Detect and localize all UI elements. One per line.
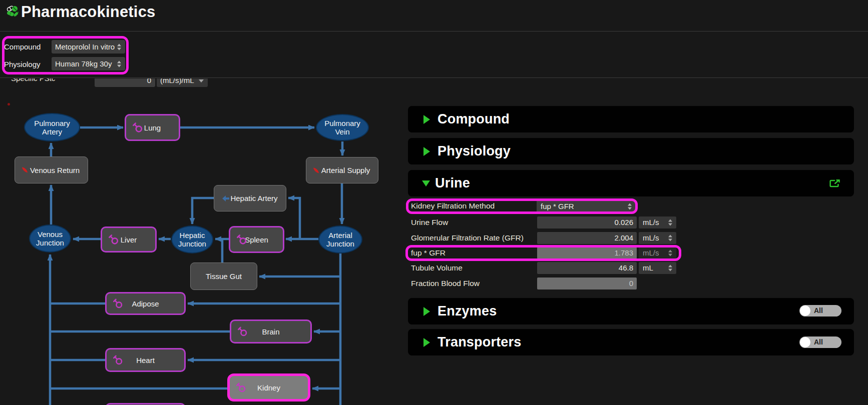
node-lung[interactable]: Lung: [125, 114, 180, 141]
param-label-urine-flow: Urine Flow: [411, 218, 448, 228]
node-heart[interactable]: Heart: [105, 348, 186, 372]
stepper-arrows-icon: [668, 235, 673, 242]
param-label-fraction-blood-flow: Fraction Blood Flow: [411, 278, 480, 288]
node-label: PulmonaryVein: [324, 119, 360, 136]
fup-gfr-unit-select: mL/s: [639, 247, 676, 259]
node-spleen[interactable]: Spleen: [229, 226, 284, 253]
node-hepatic-artery[interactable]: Hepatic Artery: [214, 185, 286, 212]
compound-label: Compound: [4, 42, 41, 51]
toggle-label: All: [814, 305, 823, 316]
node-label: Adipose: [132, 300, 159, 308]
flow-icon: [21, 166, 29, 174]
triangle-right-icon: [423, 307, 430, 316]
compound-select-value: Metoprolol In vitro: [55, 42, 115, 51]
node-tissue-gut[interactable]: Tissue Gut: [190, 262, 257, 290]
triangle-down-icon: [422, 180, 430, 186]
pills-icon: [6, 4, 20, 18]
node-label: Spleen: [245, 236, 268, 244]
node-label: HepaticJunction: [178, 231, 206, 248]
enzymes-all-toggle[interactable]: All: [799, 305, 841, 316]
physiology-label: Physiology: [4, 60, 41, 68]
unit-value: mL/s: [643, 248, 659, 257]
section-title: Physiology: [438, 144, 511, 159]
node-pulmonary-artery[interactable]: PulmonaryArtery: [24, 113, 80, 142]
tubule-volume-unit-select[interactable]: mL: [639, 262, 676, 274]
kidney-filtration-method-value: fup * GFR: [541, 202, 574, 210]
flask-icon: [108, 234, 119, 245]
transporters-all-toggle[interactable]: All: [799, 336, 841, 348]
node-label: Venous Return: [30, 166, 80, 174]
kidney-filtration-method-select[interactable]: fup * GFR: [537, 200, 636, 212]
node-label: Tissue Gut: [206, 272, 242, 280]
node-kidney[interactable]: Kidney: [227, 374, 310, 402]
param-label-kidney-filtration-method: Kidney Filtration Method: [411, 201, 495, 211]
unit-value: mL: [643, 264, 653, 272]
node-label: Hepatic Artery: [230, 194, 277, 202]
node-muscle-partial[interactable]: [105, 403, 186, 405]
toggle-knob: [800, 337, 810, 348]
flask-icon: [237, 326, 248, 337]
section-title: Transporters: [438, 334, 521, 350]
node-label: PulmonaryArtery: [34, 119, 70, 136]
stepper-arrows-icon: [628, 203, 632, 210]
app-header: Pharmacokinetics: [0, 0, 868, 32]
physiology-select-value: Human 78kg 30y: [55, 60, 112, 68]
node-liver[interactable]: Liver: [101, 226, 157, 252]
flask-icon: [113, 298, 123, 309]
flask-icon: [132, 122, 143, 133]
section-urine[interactable]: Urine: [408, 170, 854, 196]
stepper-arrows-icon: [668, 250, 673, 256]
flask-icon: [113, 355, 123, 366]
node-label: Kidney: [257, 384, 280, 392]
section-compound[interactable]: Compound: [408, 106, 854, 132]
param-label-gfr: Glomerular Filtration Rate (GFR): [411, 233, 524, 243]
node-venous-junction[interactable]: VenousJunction: [29, 224, 71, 252]
section-title: Enzymes: [438, 304, 497, 319]
stepper-arrows-icon: [668, 220, 673, 226]
node-venous-return[interactable]: Venous Return: [15, 156, 88, 184]
param-label-tubule-volume: Tubule Volume: [411, 263, 463, 273]
stepper-arrows-icon: [117, 60, 122, 67]
section-title: Compound: [438, 112, 510, 127]
toggle-knob: [800, 306, 810, 316]
node-label: Brain: [262, 328, 279, 336]
gfr-input[interactable]: 2.004: [537, 232, 637, 244]
triangle-right-icon: [423, 338, 430, 347]
stepper-arrows-icon: [117, 44, 122, 50]
node-adipose[interactable]: Adipose: [105, 292, 186, 315]
gfr-unit-select[interactable]: mL/s: [639, 232, 676, 244]
section-transporters[interactable]: Transporters: [408, 329, 854, 356]
urine-flow-unit-select[interactable]: mL/s: [639, 216, 676, 228]
node-label: Arterial Supply: [321, 166, 370, 174]
node-label: Lung: [144, 124, 161, 132]
physiology-select[interactable]: Human 78kg 30y: [52, 57, 125, 70]
stepper-arrows-icon: [668, 265, 673, 272]
node-arterial-supply[interactable]: Arterial Supply: [306, 157, 378, 184]
node-pulmonary-vein[interactable]: PulmonaryVein: [316, 114, 369, 141]
node-label: ArterialJunction: [326, 231, 354, 248]
flask-icon: [236, 234, 247, 245]
section-enzymes[interactable]: Enzymes: [408, 298, 854, 324]
external-link-icon[interactable]: [829, 180, 840, 190]
unit-value: mL/s: [643, 218, 659, 226]
param-label-fup-gfr: fup * GFR: [411, 248, 446, 258]
tubule-volume-input[interactable]: 46.8: [537, 262, 637, 274]
fraction-blood-flow-input: 0: [537, 278, 637, 290]
toggle-label: All: [814, 336, 823, 348]
flow-icon: [312, 166, 320, 174]
triangle-right-icon: [423, 115, 430, 124]
urine-flow-input[interactable]: 0.026: [537, 216, 637, 228]
page-title: Pharmacokinetics: [21, 3, 156, 21]
node-brain[interactable]: Brain: [230, 320, 312, 344]
node-arterial-junction[interactable]: ArterialJunction: [318, 226, 362, 254]
arrow-left-icon: [222, 196, 230, 202]
unit-value: mL/s: [643, 234, 659, 242]
triangle-right-icon: [423, 147, 430, 156]
node-label: Liver: [121, 236, 137, 244]
fup-gfr-input: 1.783: [537, 247, 637, 259]
compound-select[interactable]: Metoprolol In vitro: [52, 40, 125, 54]
node-hepatic-junction[interactable]: HepaticJunction: [171, 226, 213, 254]
flask-icon: [236, 382, 246, 393]
picker-strip: Compound Metoprolol In vitro Physiology …: [0, 32, 868, 78]
section-physiology[interactable]: Physiology: [408, 138, 854, 164]
